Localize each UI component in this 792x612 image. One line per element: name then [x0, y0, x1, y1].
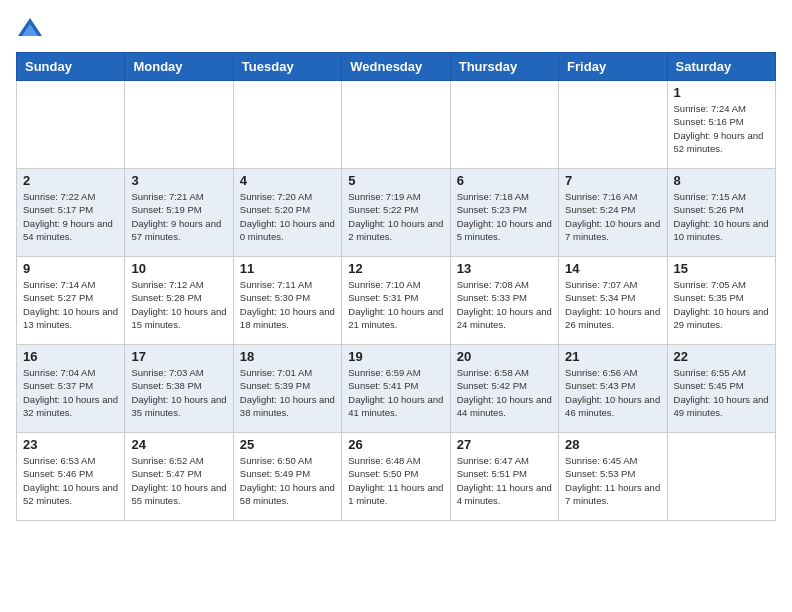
day-number: 7: [565, 173, 660, 188]
day-number: 8: [674, 173, 769, 188]
weekday-header: Monday: [125, 53, 233, 81]
calendar-cell: [559, 81, 667, 169]
calendar-cell: 16Sunrise: 7:04 AM Sunset: 5:37 PM Dayli…: [17, 345, 125, 433]
day-number: 28: [565, 437, 660, 452]
calendar-cell: 1Sunrise: 7:24 AM Sunset: 5:16 PM Daylig…: [667, 81, 775, 169]
day-number: 15: [674, 261, 769, 276]
page-header: [16, 16, 776, 44]
calendar-cell: 13Sunrise: 7:08 AM Sunset: 5:33 PM Dayli…: [450, 257, 558, 345]
day-info: Sunrise: 7:18 AM Sunset: 5:23 PM Dayligh…: [457, 190, 552, 243]
calendar-cell: 19Sunrise: 6:59 AM Sunset: 5:41 PM Dayli…: [342, 345, 450, 433]
weekday-header: Sunday: [17, 53, 125, 81]
calendar-cell: 6Sunrise: 7:18 AM Sunset: 5:23 PM Daylig…: [450, 169, 558, 257]
day-info: Sunrise: 7:24 AM Sunset: 5:16 PM Dayligh…: [674, 102, 769, 155]
calendar-cell: 22Sunrise: 6:55 AM Sunset: 5:45 PM Dayli…: [667, 345, 775, 433]
day-info: Sunrise: 7:03 AM Sunset: 5:38 PM Dayligh…: [131, 366, 226, 419]
weekday-header: Tuesday: [233, 53, 341, 81]
calendar-cell: [450, 81, 558, 169]
day-number: 5: [348, 173, 443, 188]
logo-icon: [16, 16, 44, 44]
day-number: 23: [23, 437, 118, 452]
day-number: 19: [348, 349, 443, 364]
logo: [16, 16, 48, 44]
calendar-cell: 24Sunrise: 6:52 AM Sunset: 5:47 PM Dayli…: [125, 433, 233, 521]
calendar-cell: 3Sunrise: 7:21 AM Sunset: 5:19 PM Daylig…: [125, 169, 233, 257]
day-info: Sunrise: 6:56 AM Sunset: 5:43 PM Dayligh…: [565, 366, 660, 419]
day-number: 22: [674, 349, 769, 364]
weekday-header: Wednesday: [342, 53, 450, 81]
day-number: 9: [23, 261, 118, 276]
calendar-cell: [667, 433, 775, 521]
day-number: 6: [457, 173, 552, 188]
day-info: Sunrise: 7:16 AM Sunset: 5:24 PM Dayligh…: [565, 190, 660, 243]
weekday-header: Thursday: [450, 53, 558, 81]
day-info: Sunrise: 7:21 AM Sunset: 5:19 PM Dayligh…: [131, 190, 226, 243]
calendar-cell: 18Sunrise: 7:01 AM Sunset: 5:39 PM Dayli…: [233, 345, 341, 433]
day-number: 26: [348, 437, 443, 452]
day-info: Sunrise: 6:55 AM Sunset: 5:45 PM Dayligh…: [674, 366, 769, 419]
day-info: Sunrise: 7:10 AM Sunset: 5:31 PM Dayligh…: [348, 278, 443, 331]
day-number: 20: [457, 349, 552, 364]
day-info: Sunrise: 6:52 AM Sunset: 5:47 PM Dayligh…: [131, 454, 226, 507]
day-info: Sunrise: 6:47 AM Sunset: 5:51 PM Dayligh…: [457, 454, 552, 507]
day-number: 1: [674, 85, 769, 100]
calendar-week-row: 9Sunrise: 7:14 AM Sunset: 5:27 PM Daylig…: [17, 257, 776, 345]
day-info: Sunrise: 6:58 AM Sunset: 5:42 PM Dayligh…: [457, 366, 552, 419]
day-info: Sunrise: 7:05 AM Sunset: 5:35 PM Dayligh…: [674, 278, 769, 331]
day-info: Sunrise: 6:50 AM Sunset: 5:49 PM Dayligh…: [240, 454, 335, 507]
day-info: Sunrise: 7:19 AM Sunset: 5:22 PM Dayligh…: [348, 190, 443, 243]
day-number: 4: [240, 173, 335, 188]
day-number: 12: [348, 261, 443, 276]
day-info: Sunrise: 6:48 AM Sunset: 5:50 PM Dayligh…: [348, 454, 443, 507]
day-number: 3: [131, 173, 226, 188]
calendar-week-row: 23Sunrise: 6:53 AM Sunset: 5:46 PM Dayli…: [17, 433, 776, 521]
day-number: 11: [240, 261, 335, 276]
calendar-cell: [233, 81, 341, 169]
calendar-cell: 25Sunrise: 6:50 AM Sunset: 5:49 PM Dayli…: [233, 433, 341, 521]
day-info: Sunrise: 6:45 AM Sunset: 5:53 PM Dayligh…: [565, 454, 660, 507]
weekday-header: Saturday: [667, 53, 775, 81]
day-info: Sunrise: 7:12 AM Sunset: 5:28 PM Dayligh…: [131, 278, 226, 331]
calendar-cell: 9Sunrise: 7:14 AM Sunset: 5:27 PM Daylig…: [17, 257, 125, 345]
calendar-cell: 26Sunrise: 6:48 AM Sunset: 5:50 PM Dayli…: [342, 433, 450, 521]
calendar-cell: [125, 81, 233, 169]
calendar-cell: 20Sunrise: 6:58 AM Sunset: 5:42 PM Dayli…: [450, 345, 558, 433]
weekday-header: Friday: [559, 53, 667, 81]
day-info: Sunrise: 6:59 AM Sunset: 5:41 PM Dayligh…: [348, 366, 443, 419]
day-number: 18: [240, 349, 335, 364]
calendar-cell: [17, 81, 125, 169]
calendar-cell: 28Sunrise: 6:45 AM Sunset: 5:53 PM Dayli…: [559, 433, 667, 521]
calendar-cell: 4Sunrise: 7:20 AM Sunset: 5:20 PM Daylig…: [233, 169, 341, 257]
calendar-cell: 17Sunrise: 7:03 AM Sunset: 5:38 PM Dayli…: [125, 345, 233, 433]
day-info: Sunrise: 7:20 AM Sunset: 5:20 PM Dayligh…: [240, 190, 335, 243]
day-number: 14: [565, 261, 660, 276]
calendar-header-row: SundayMondayTuesdayWednesdayThursdayFrid…: [17, 53, 776, 81]
calendar-cell: 5Sunrise: 7:19 AM Sunset: 5:22 PM Daylig…: [342, 169, 450, 257]
day-info: Sunrise: 7:07 AM Sunset: 5:34 PM Dayligh…: [565, 278, 660, 331]
day-info: Sunrise: 6:53 AM Sunset: 5:46 PM Dayligh…: [23, 454, 118, 507]
day-number: 25: [240, 437, 335, 452]
day-number: 24: [131, 437, 226, 452]
calendar-cell: 2Sunrise: 7:22 AM Sunset: 5:17 PM Daylig…: [17, 169, 125, 257]
calendar-cell: 14Sunrise: 7:07 AM Sunset: 5:34 PM Dayli…: [559, 257, 667, 345]
calendar-cell: 21Sunrise: 6:56 AM Sunset: 5:43 PM Dayli…: [559, 345, 667, 433]
day-info: Sunrise: 7:04 AM Sunset: 5:37 PM Dayligh…: [23, 366, 118, 419]
calendar-week-row: 1Sunrise: 7:24 AM Sunset: 5:16 PM Daylig…: [17, 81, 776, 169]
day-number: 2: [23, 173, 118, 188]
day-info: Sunrise: 7:11 AM Sunset: 5:30 PM Dayligh…: [240, 278, 335, 331]
calendar-cell: 12Sunrise: 7:10 AM Sunset: 5:31 PM Dayli…: [342, 257, 450, 345]
day-info: Sunrise: 7:01 AM Sunset: 5:39 PM Dayligh…: [240, 366, 335, 419]
day-number: 13: [457, 261, 552, 276]
calendar-week-row: 2Sunrise: 7:22 AM Sunset: 5:17 PM Daylig…: [17, 169, 776, 257]
calendar-cell: 23Sunrise: 6:53 AM Sunset: 5:46 PM Dayli…: [17, 433, 125, 521]
calendar-table: SundayMondayTuesdayWednesdayThursdayFrid…: [16, 52, 776, 521]
day-number: 10: [131, 261, 226, 276]
day-info: Sunrise: 7:08 AM Sunset: 5:33 PM Dayligh…: [457, 278, 552, 331]
calendar-cell: [342, 81, 450, 169]
calendar-cell: 11Sunrise: 7:11 AM Sunset: 5:30 PM Dayli…: [233, 257, 341, 345]
calendar-cell: 27Sunrise: 6:47 AM Sunset: 5:51 PM Dayli…: [450, 433, 558, 521]
day-info: Sunrise: 7:22 AM Sunset: 5:17 PM Dayligh…: [23, 190, 118, 243]
day-number: 27: [457, 437, 552, 452]
calendar-week-row: 16Sunrise: 7:04 AM Sunset: 5:37 PM Dayli…: [17, 345, 776, 433]
calendar-cell: 15Sunrise: 7:05 AM Sunset: 5:35 PM Dayli…: [667, 257, 775, 345]
